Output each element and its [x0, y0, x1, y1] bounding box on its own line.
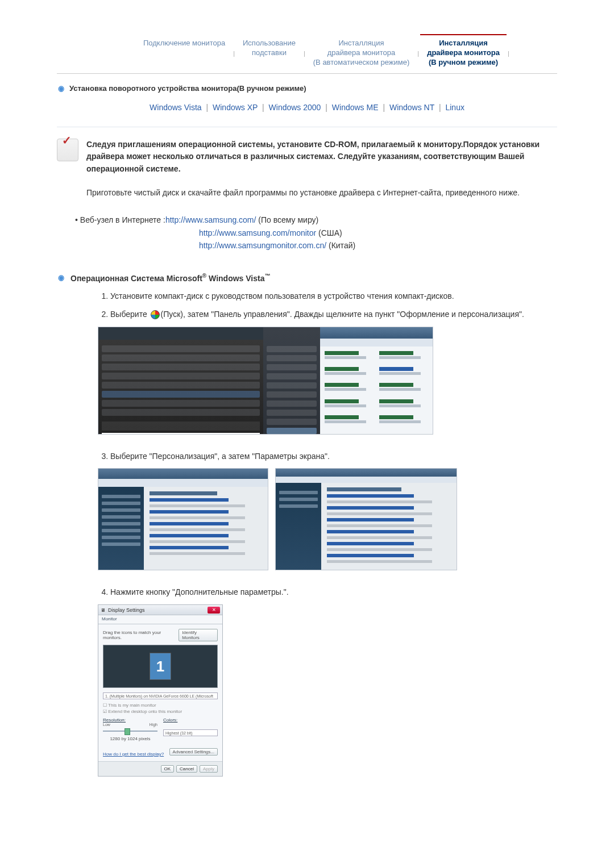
note-block: Следуя приглашениям операционной системы…	[57, 139, 557, 176]
screenshot-row-personalization	[98, 468, 557, 570]
ok-button[interactable]: OK	[161, 765, 175, 773]
screenshot-display-settings: 🖥 Display Settings ✕ Monitor Drag the ic…	[98, 604, 223, 777]
web-label: Веб-узел в Интернете :	[80, 215, 165, 224]
note-text: Следуя приглашениям операционной системы…	[86, 139, 557, 176]
os-link-me[interactable]: Windows ME	[332, 103, 379, 112]
web-link-world[interactable]: http://www.samsung.com/	[165, 215, 256, 224]
cancel-button[interactable]: Cancel	[176, 765, 197, 773]
resolution-label: Resolution:	[103, 717, 157, 723]
tab-sep: |	[232, 50, 236, 57]
main-monitor-checkbox[interactable]: ☐ This is my main monitor	[103, 703, 218, 708]
tm-mark-icon: ™	[265, 273, 271, 279]
colors-dropdown[interactable]: Highest (32 bit)	[163, 729, 218, 736]
os-link-linux[interactable]: Linux	[445, 103, 464, 112]
tab-sep: |	[507, 50, 511, 57]
help-link[interactable]: How do I get the best display?	[103, 752, 164, 757]
web-link-usa[interactable]: http://www.samsung.com/monitor	[199, 228, 316, 237]
section-title-mid: Windows Vista	[206, 273, 264, 282]
tab-stand[interactable]: Использование подставки	[236, 34, 302, 73]
resolution-value: 1280 by 1024 pixels	[103, 736, 157, 741]
drag-text: Drag the icons to match your monitors.	[103, 630, 179, 640]
os-link-xp[interactable]: Windows XP	[213, 103, 258, 112]
tab-install-auto[interactable]: Инсталляция драйвера монитора (В автомат…	[306, 34, 416, 73]
slider-high: High	[150, 723, 157, 727]
bullet-icon	[57, 273, 65, 281]
os-link-nt[interactable]: Windows NT	[389, 103, 434, 112]
os-link-2000[interactable]: Windows 2000	[269, 103, 321, 112]
tabs-row: Подключение монитора | Использование под…	[57, 34, 557, 74]
tab-sep: |	[302, 50, 306, 57]
steps-list-3: Выберите "Персонализация", а затем "Пара…	[98, 450, 557, 463]
subheader-row: Установка поворотного устройства монитор…	[57, 84, 557, 93]
resolution-slider[interactable]	[103, 728, 157, 734]
web-after-china: (Китай)	[326, 241, 355, 250]
section-title: Операционная Система Microsoft® Windows …	[57, 273, 557, 283]
dialog-title: Display Settings	[106, 607, 208, 613]
screenshot-personalization-panel	[275, 468, 457, 570]
note-icon	[57, 139, 78, 161]
os-link-vista[interactable]: Windows Vista	[150, 103, 202, 112]
advanced-settings-button[interactable]: Advanced Settings...	[169, 748, 218, 756]
section-title-pre: Операционная Система Microsoft	[70, 273, 202, 282]
web-links: Веб-узел в Интернете :http://www.samsung…	[57, 214, 557, 252]
tab-connect[interactable]: Подключение монитора	[136, 34, 232, 73]
tab-sep: |	[416, 50, 420, 57]
web-link-china[interactable]: http://www.samsungmonitor.com.cn/	[199, 241, 326, 250]
screenshot-appearance-panel	[98, 468, 268, 570]
slider-low: Low	[103, 723, 110, 727]
os-links: Windows Vista | Windows XP | Windows 200…	[57, 103, 557, 112]
web-after-usa: (США)	[316, 228, 342, 237]
apply-button[interactable]: Apply	[200, 765, 218, 773]
step-3: Выберите "Персонализация", а затем "Пара…	[110, 450, 557, 463]
steps-list: Установите компакт-диск с руководством п…	[98, 290, 557, 320]
close-icon[interactable]: ✕	[208, 607, 220, 614]
subheader-text: Установка поворотного устройства монитор…	[69, 84, 306, 93]
dialog-title-icon: 🖥	[101, 607, 106, 613]
dialog-tab-monitor[interactable]: Monitor	[98, 615, 222, 624]
divider	[57, 127, 557, 127]
monitor-1-icon[interactable]: 1	[150, 653, 171, 680]
monitor-dropdown[interactable]: 1. (Multiple Monitors) on NVIDIA GeForce…	[103, 692, 218, 699]
extend-desktop-checkbox[interactable]: ☑ Extend the desktop onto this monitor	[103, 709, 218, 714]
step-2-pre: Выберите	[110, 310, 150, 319]
step-1: Установите компакт-диск с руководством п…	[110, 290, 557, 303]
step-2-post: (Пуск), затем "Панель управления". Дважд…	[161, 310, 524, 319]
step-2: Выберите (Пуск), затем "Панель управлени…	[110, 308, 557, 321]
tab-install-manual[interactable]: Инсталляция драйвера монитора (В ручном …	[420, 34, 507, 73]
bullet-icon	[57, 84, 65, 92]
screenshot-start-controlpanel	[98, 327, 433, 435]
start-orb-icon	[151, 310, 160, 319]
download-paragraph: Приготовьте чистый диск и скачайте файл …	[86, 187, 557, 199]
step-4: Нажмите кнопку "Дополнительные параметры…	[110, 586, 557, 599]
web-after-world: (По всему миру)	[256, 215, 318, 224]
steps-list-4: Нажмите кнопку "Дополнительные параметры…	[98, 586, 557, 599]
identify-monitors-button[interactable]: Identify Monitors	[179, 629, 218, 641]
monitor-preview[interactable]: 1	[103, 645, 218, 688]
colors-label: Colors:	[163, 717, 218, 723]
